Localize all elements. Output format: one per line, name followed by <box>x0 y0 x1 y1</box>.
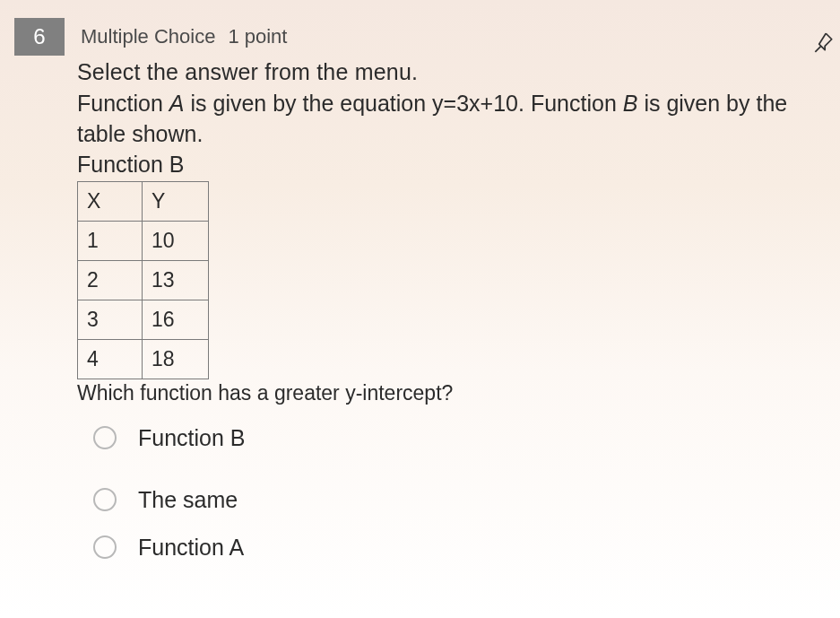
table-cell: 13 <box>143 260 209 300</box>
option-function-a[interactable]: Function A <box>93 535 813 561</box>
table-row: 2 13 <box>78 260 209 300</box>
pin-icon[interactable] <box>811 30 835 57</box>
table-row: 1 10 <box>78 221 209 260</box>
table-cell: 4 <box>78 339 143 379</box>
answer-options: Function B The same Function A <box>77 425 813 561</box>
question-header: 6 Multiple Choice 1 point <box>0 0 840 56</box>
question-type-label: Multiple Choice <box>81 25 215 48</box>
table-cell: 18 <box>143 339 209 379</box>
prompt-line-2: Function A is given by the equation y=3x… <box>77 89 813 150</box>
table-cell: 16 <box>143 300 209 339</box>
radio-button[interactable] <box>93 535 117 559</box>
table-cell: 3 <box>78 300 143 339</box>
question-content: Select the answer from the menu. Functio… <box>0 56 840 561</box>
radio-button[interactable] <box>93 488 117 511</box>
question-number-badge: 6 <box>14 18 65 56</box>
question-points-label: 1 point <box>228 25 287 48</box>
table-cell: 10 <box>143 221 209 260</box>
option-function-b[interactable]: Function B <box>93 425 813 451</box>
table-row: 3 16 <box>78 300 209 339</box>
prompt-text: Function <box>77 91 169 116</box>
function-a-label: A <box>169 91 185 116</box>
table-header-row: X Y <box>78 181 209 221</box>
table-cell: 2 <box>78 260 143 300</box>
table-row: 4 18 <box>78 339 209 379</box>
option-label: The same <box>138 487 238 513</box>
table-title: Function B <box>77 152 813 178</box>
table-cell: 1 <box>78 221 143 260</box>
table-header-y: Y <box>143 181 209 221</box>
post-question-text: Which function has a greater y-intercept… <box>77 381 813 405</box>
function-b-table: X Y 1 10 2 13 3 16 4 18 <box>77 181 209 379</box>
option-label: Function B <box>138 425 246 451</box>
question-number-text: 6 <box>33 24 45 49</box>
prompt-line-1: Select the answer from the menu. <box>77 59 813 85</box>
option-the-same[interactable]: The same <box>93 487 813 513</box>
option-label: Function A <box>138 535 244 561</box>
function-b-label: B <box>623 91 638 116</box>
radio-button[interactable] <box>93 426 117 449</box>
prompt-text: is given by the equation y=3x+10. Functi… <box>185 91 623 116</box>
table-header-x: X <box>78 181 143 221</box>
